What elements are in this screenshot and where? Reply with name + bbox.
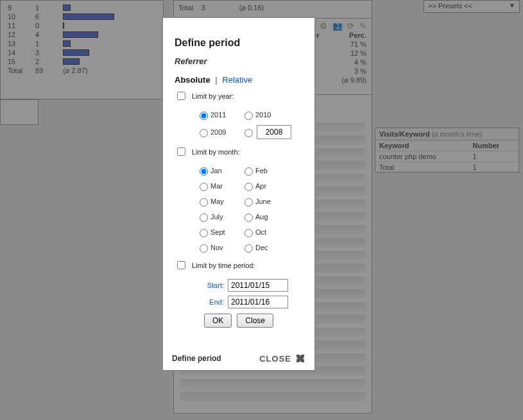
define-period-modal: Define period Referrer Absolute | Relati…: [162, 17, 316, 371]
month-july-radio[interactable]: [200, 214, 208, 222]
limit-year-label: Limit by year:: [192, 92, 234, 100]
month-mar-radio[interactable]: [200, 183, 208, 191]
month-dec-radio[interactable]: [244, 244, 253, 253]
month-june-radio[interactable]: [244, 198, 253, 206]
year-2010-radio[interactable]: [244, 112, 253, 120]
limit-time-checkbox[interactable]: [177, 261, 185, 269]
tab-relative[interactable]: Relative: [222, 75, 252, 85]
month-aug-radio[interactable]: [244, 214, 253, 222]
year-2009-radio[interactable]: [200, 129, 208, 137]
close-button[interactable]: Close: [237, 314, 273, 328]
footer-label: Define period: [172, 354, 221, 363]
close-icon: [295, 353, 305, 364]
modal-title: Define period: [175, 37, 303, 49]
limit-time-label: Limit by time period:: [192, 262, 255, 269]
footer-close-text: CLOSE: [259, 354, 291, 364]
start-label: Start:: [189, 281, 224, 289]
ok-button[interactable]: OK: [204, 314, 232, 328]
year-2011-radio[interactable]: [200, 112, 208, 120]
limit-month-checkbox[interactable]: [177, 147, 185, 156]
month-apr-radio[interactable]: [244, 183, 253, 191]
start-date-input[interactable]: [228, 279, 288, 292]
month-nov-radio[interactable]: [200, 244, 208, 253]
tab-absolute[interactable]: Absolute: [175, 75, 210, 85]
month-jan-radio[interactable]: [200, 167, 208, 176]
limit-year-checkbox[interactable]: [177, 92, 185, 100]
month-may-radio[interactable]: [200, 198, 208, 206]
modal-subtitle: Referrer: [175, 56, 303, 66]
limit-month-label: Limit by month:: [192, 148, 240, 156]
month-sept-radio[interactable]: [200, 229, 208, 237]
month-oct-radio[interactable]: [244, 229, 253, 237]
footer-close-button[interactable]: CLOSE: [259, 353, 305, 364]
year-custom-radio[interactable]: [244, 129, 253, 137]
end-label: End:: [189, 298, 224, 306]
year-custom-input[interactable]: [257, 125, 291, 139]
mode-tabline: Absolute | Relative: [175, 75, 303, 85]
month-feb-radio[interactable]: [244, 167, 253, 176]
end-date-input[interactable]: [228, 296, 288, 308]
